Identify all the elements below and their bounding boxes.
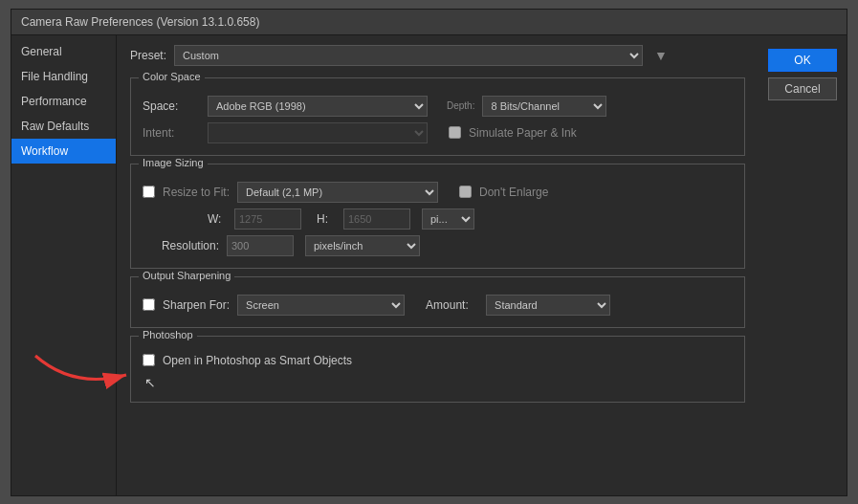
smart-objects-label: Open in Photoshop as Smart Objects xyxy=(163,354,352,367)
dialog-title: Camera Raw Preferences (Version 13.1.0.6… xyxy=(21,15,259,29)
sidebar-item-raw-defaults[interactable]: Raw Defaults xyxy=(11,114,116,139)
cursor-indicator: ↖ xyxy=(143,375,733,390)
preset-row: Preset: Custom ▼ xyxy=(130,45,745,66)
ok-button[interactable]: OK xyxy=(768,49,837,72)
sidebar-item-workflow[interactable]: Workflow xyxy=(11,139,116,164)
amount-select[interactable]: Standard xyxy=(486,295,610,316)
res-unit-select[interactable]: pixels/inch xyxy=(305,235,420,256)
smart-objects-row: Open in Photoshop as Smart Objects xyxy=(143,354,733,367)
resolution-row: Resolution: pixels/inch xyxy=(143,235,733,256)
cancel-button[interactable]: Cancel xyxy=(768,77,837,100)
amount-label: Amount: xyxy=(426,298,478,312)
h-label: H: xyxy=(317,212,336,226)
sidebar-item-file-handling[interactable]: File Handling xyxy=(11,64,116,89)
resize-row: Resize to Fit: Default (2,1 MP) Don't En… xyxy=(143,182,733,203)
camera-raw-preferences-dialog: Camera Raw Preferences (Version 13.1.0.6… xyxy=(11,9,847,496)
resolution-label: Resolution: xyxy=(143,239,219,252)
resolution-input[interactable] xyxy=(227,235,294,256)
sidebar: General File Handling Performance Raw De… xyxy=(11,35,117,495)
preset-select[interactable]: Custom xyxy=(174,45,643,66)
sharpen-row: Sharpen For: Screen Amount: Standard xyxy=(143,295,733,316)
resize-checkbox[interactable] xyxy=(143,186,155,198)
sharpen-checkbox[interactable] xyxy=(143,298,155,311)
sharpen-for-select[interactable]: Screen xyxy=(237,295,405,316)
main-content: Preset: Custom ▼ Color Space Space: Adob… xyxy=(117,35,759,495)
image-sizing-title: Image Sizing xyxy=(139,157,208,168)
dont-enlarge-checkbox[interactable] xyxy=(459,186,472,198)
intent-select xyxy=(208,122,428,143)
space-label: Space: xyxy=(143,99,200,113)
preset-label: Preset: xyxy=(130,49,166,62)
output-sharpening-title: Output Sharpening xyxy=(139,270,234,281)
unit-select[interactable]: pi... xyxy=(422,208,474,230)
intent-label: Intent: xyxy=(143,126,200,140)
photoshop-section: Photoshop Open in Photoshop as Smart Obj… xyxy=(130,336,745,403)
depth-label: Depth: xyxy=(447,100,474,111)
buttons-panel: OK Cancel xyxy=(759,35,847,495)
depth-select[interactable]: 8 Bits/Channel xyxy=(482,96,606,117)
resize-label: Resize to Fit: xyxy=(163,186,230,199)
w-input[interactable] xyxy=(234,208,301,230)
preset-dropdown-icon: ▼ xyxy=(654,48,668,63)
output-sharpening-section: Output Sharpening Sharpen For: Screen Am… xyxy=(130,276,745,328)
w-label: W: xyxy=(208,212,227,226)
simulate-checkbox[interactable] xyxy=(449,126,461,139)
space-select[interactable]: Adobe RGB (1998) xyxy=(208,96,428,117)
photoshop-title: Photoshop xyxy=(139,329,197,340)
smart-objects-checkbox[interactable] xyxy=(143,354,155,366)
sidebar-item-general[interactable]: General xyxy=(11,39,116,64)
color-space-section: Color Space Space: Adobe RGB (1998) Dept… xyxy=(130,77,745,156)
sharpen-label: Sharpen For: xyxy=(163,298,230,312)
intent-row: Intent: Simulate Paper & Ink xyxy=(143,122,733,143)
simulate-label: Simulate Paper & Ink xyxy=(469,126,577,140)
h-input[interactable] xyxy=(343,208,410,230)
dont-enlarge-label: Don't Enlarge xyxy=(479,186,548,199)
title-bar: Camera Raw Preferences (Version 13.1.0.6… xyxy=(11,10,847,35)
resize-select[interactable]: Default (2,1 MP) xyxy=(237,182,438,203)
color-space-title: Color Space xyxy=(139,71,205,82)
dimensions-row: W: H: pi... xyxy=(143,208,733,230)
sidebar-item-performance[interactable]: Performance xyxy=(11,89,116,114)
image-sizing-section: Image Sizing Resize to Fit: Default (2,1… xyxy=(130,164,745,269)
cursor-icon: ↖ xyxy=(144,375,156,390)
space-row: Space: Adobe RGB (1998) Depth: 8 Bits/Ch… xyxy=(143,96,733,117)
